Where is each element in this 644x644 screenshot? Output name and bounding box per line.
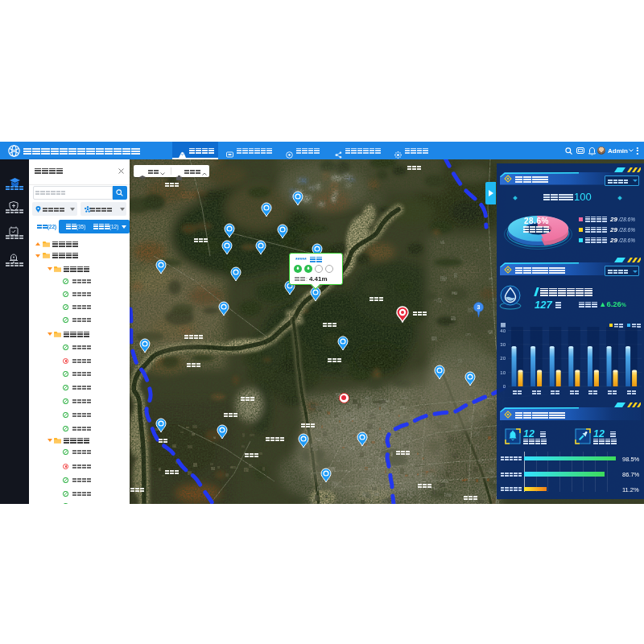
svg-text:40: 40 xyxy=(500,328,506,332)
svg-text:3: 3 xyxy=(477,304,480,310)
svg-text:20: 20 xyxy=(500,356,506,361)
svg-text:0: 0 xyxy=(503,384,506,389)
svg-text:10: 10 xyxy=(500,369,506,374)
svg-text:30: 30 xyxy=(500,341,506,346)
